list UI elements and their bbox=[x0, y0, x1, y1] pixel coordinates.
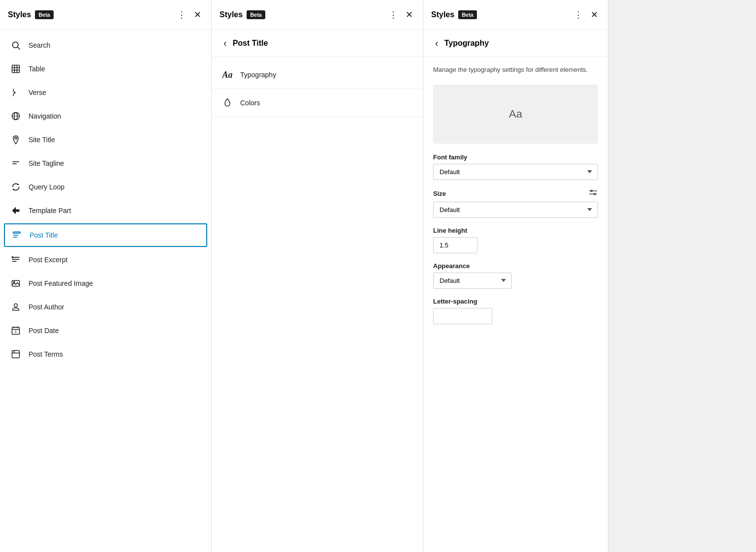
list-item-query-loop-label: Query Loop bbox=[29, 183, 64, 191]
panel-3-beta-badge: Beta bbox=[458, 10, 477, 19]
list-item-table-label: Table bbox=[29, 65, 45, 73]
svg-line-1 bbox=[18, 47, 20, 50]
table-icon bbox=[10, 63, 22, 75]
appearance-label: Appearance bbox=[433, 262, 598, 270]
panel-1-header: Styles Beta ⋮ ✕ bbox=[0, 0, 211, 30]
panel-3-more-button[interactable]: ⋮ bbox=[572, 7, 585, 22]
post-terms-icon bbox=[10, 348, 22, 360]
panel-2-content: Aa Typography Colors bbox=[212, 57, 423, 552]
list-item-site-tagline[interactable]: Site Tagline bbox=[0, 152, 211, 175]
panel-2-back-button[interactable]: ‹ bbox=[221, 37, 229, 49]
svg-marker-13 bbox=[12, 207, 20, 215]
section-colors-label: Colors bbox=[240, 99, 260, 107]
list-item-site-tagline-label: Site Tagline bbox=[29, 159, 64, 167]
panel-2-beta-badge: Beta bbox=[247, 10, 265, 19]
site-title-icon bbox=[10, 134, 22, 146]
list-item-verse-label: Verse bbox=[29, 89, 46, 96]
panel-3-styles-title: Styles bbox=[431, 10, 454, 19]
line-height-input[interactable] bbox=[433, 237, 477, 253]
list-item-post-terms-label: Post Terms bbox=[29, 350, 63, 358]
svg-point-36 bbox=[594, 193, 596, 194]
panel-1-content: Search Table Verse bbox=[0, 30, 211, 552]
list-item-search-label: Search bbox=[29, 41, 50, 49]
panel-2-more-button[interactable]: ⋮ bbox=[387, 7, 400, 22]
list-item-navigation[interactable]: Navigation bbox=[0, 104, 211, 128]
panel-1-beta-badge: Beta bbox=[35, 10, 54, 19]
panel-3-header: Styles Beta ⋮ ✕ bbox=[423, 0, 608, 30]
post-author-icon bbox=[10, 301, 22, 313]
colors-icon bbox=[221, 97, 233, 109]
list-item-post-title[interactable]: Post Title bbox=[4, 223, 207, 247]
size-label-row: Size bbox=[433, 189, 598, 199]
site-tagline-icon bbox=[10, 157, 22, 169]
letter-spacing-row: PX bbox=[433, 308, 492, 324]
list-item-post-featured-image-label: Post Featured Image bbox=[29, 279, 93, 287]
panel-1: Styles Beta ⋮ ✕ Search bbox=[0, 0, 212, 552]
size-label: Size bbox=[433, 190, 446, 197]
section-typography-label: Typography bbox=[240, 71, 276, 79]
svg-rect-2 bbox=[12, 65, 20, 73]
typography-icon: Aa bbox=[221, 69, 233, 81]
list-item-post-author[interactable]: Post Author bbox=[0, 295, 211, 319]
panel-2-back-header: ‹ Post Title bbox=[212, 30, 423, 57]
size-select[interactable]: Default Small Medium Large X-Large bbox=[433, 202, 598, 218]
svg-point-22 bbox=[13, 281, 15, 283]
panel-1-styles-label: Styles bbox=[8, 10, 31, 19]
panel-3-title: Typography bbox=[444, 39, 489, 48]
appearance-select-wrapper: Default Thin Light Regular Medium Bold bbox=[433, 273, 512, 289]
list-item-query-loop[interactable]: Query Loop bbox=[0, 175, 211, 199]
svg-text:2: 2 bbox=[15, 330, 17, 333]
list-item-post-terms[interactable]: Post Terms bbox=[0, 342, 211, 366]
list-item-post-excerpt[interactable]: Post Excerpt bbox=[0, 248, 211, 272]
post-featured-image-icon bbox=[10, 277, 22, 289]
svg-point-34 bbox=[591, 190, 592, 191]
panel-3-description: Manage the typography settings for diffe… bbox=[433, 65, 598, 75]
post-date-icon: 2 bbox=[10, 325, 22, 337]
font-family-label: Font family bbox=[433, 153, 598, 161]
list-item-post-date[interactable]: 2 Post Date bbox=[0, 319, 211, 342]
list-item-post-date-label: Post Date bbox=[29, 327, 59, 335]
list-item-site-title[interactable]: Site Title bbox=[0, 128, 211, 152]
typography-preview-text: Aa bbox=[509, 108, 522, 121]
list-item-verse[interactable]: Verse bbox=[0, 81, 211, 104]
panel-3-content: Manage the typography settings for diffe… bbox=[423, 57, 608, 341]
query-loop-icon bbox=[10, 181, 22, 193]
font-family-select[interactable]: Default System UI Georgia Arial bbox=[433, 164, 598, 180]
panel-3-back-header: ‹ Typography bbox=[423, 30, 608, 57]
panel-1-close-button[interactable]: ✕ bbox=[192, 7, 203, 22]
panel-3-back-button[interactable]: ‹ bbox=[433, 37, 441, 49]
list-item-template-part[interactable]: Template Part bbox=[0, 199, 211, 222]
letter-spacing-input[interactable] bbox=[434, 308, 492, 324]
svg-rect-30 bbox=[12, 351, 20, 358]
template-part-icon bbox=[10, 205, 22, 216]
list-item-search[interactable]: Search bbox=[0, 33, 211, 57]
size-adjust-icon[interactable] bbox=[588, 189, 598, 199]
svg-rect-14 bbox=[13, 232, 21, 233]
svg-rect-20 bbox=[12, 256, 13, 258]
panel-2-styles-title: Styles bbox=[220, 10, 243, 19]
font-family-group: Font family Default System UI Georgia Ar… bbox=[433, 153, 598, 180]
svg-point-23 bbox=[14, 304, 18, 307]
post-title-icon bbox=[11, 229, 23, 241]
font-family-select-wrapper: Default System UI Georgia Arial bbox=[433, 164, 598, 180]
svg-point-0 bbox=[12, 42, 18, 48]
panel-2: Post Title Styles Beta ⋮ ✕ ‹ Post Title … bbox=[212, 0, 423, 552]
typography-preview-box: Aa bbox=[433, 85, 598, 144]
list-item-post-title-label: Post Title bbox=[30, 231, 58, 239]
panel-2-title: Post Title bbox=[233, 39, 268, 48]
section-item-typography[interactable]: Aa Typography bbox=[212, 61, 423, 89]
line-height-group: Line height bbox=[433, 227, 598, 253]
panel-3-close-button[interactable]: ✕ bbox=[589, 7, 600, 22]
list-item-post-featured-image[interactable]: Post Featured Image bbox=[0, 272, 211, 295]
letter-spacing-group: Letter-spacing PX bbox=[433, 298, 598, 324]
appearance-group: Appearance Default Thin Light Regular Me… bbox=[433, 262, 598, 289]
panel-2-header: Post Title Styles Beta ⋮ ✕ bbox=[212, 0, 423, 30]
panel-2-close-button[interactable]: ✕ bbox=[404, 7, 415, 22]
list-item-table[interactable]: Table bbox=[0, 57, 211, 81]
line-height-label: Line height bbox=[433, 227, 598, 234]
section-item-colors[interactable]: Colors bbox=[212, 89, 423, 117]
list-item-post-author-label: Post Author bbox=[29, 303, 64, 311]
panel-1-more-button[interactable]: ⋮ bbox=[175, 7, 188, 22]
appearance-select[interactable]: Default Thin Light Regular Medium Bold bbox=[433, 273, 512, 289]
navigation-icon bbox=[10, 110, 22, 122]
